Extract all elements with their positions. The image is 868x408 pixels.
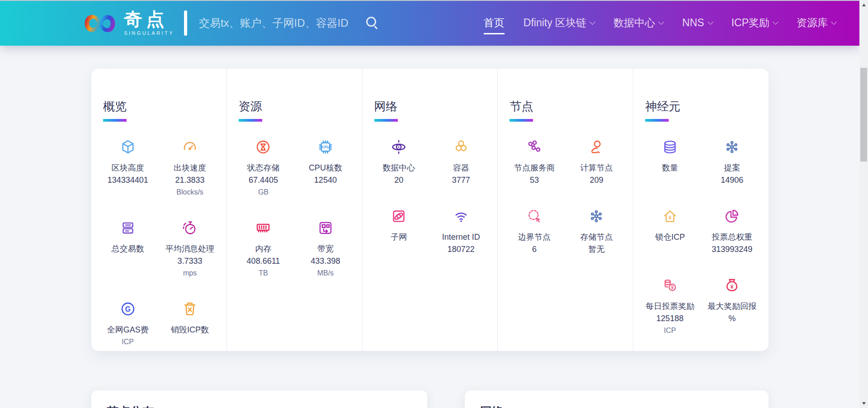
stat-item: 存储节点暂无 [566,208,627,256]
memory-icon [255,220,271,236]
nav-item-link[interactable]: 资源库 [797,16,836,30]
state-storage-icon [255,139,271,155]
chevron-down-icon [708,19,713,25]
stat-item: CPUCPU核数12540 [294,139,356,186]
stat-label: 带宽 [317,243,334,255]
arrow-up-icon [862,4,866,6]
svg-text:¥: ¥ [731,284,734,289]
node-provider-icon [526,139,542,155]
compute-node-icon [588,139,604,155]
stat-label: 全网GAS费 [107,324,149,336]
stat-value: 3.7333 [178,255,203,267]
stats-section: 网络数据中心20容器3777子网Internet ID180722 [363,69,498,351]
stat-unit: TB [259,267,268,279]
stat-unit: mps [183,267,197,279]
stat-value: 408.6611 [247,255,280,267]
stat-label: 容器 [453,162,469,174]
scrollbar-thumb[interactable] [860,68,867,161]
stat-label: 数量 [662,162,678,174]
scroll-down-button[interactable] [859,399,868,407]
nav-item-link[interactable]: Dfinity 区块链 [524,16,594,30]
stat-unit: GB [258,186,269,198]
section-title-underline [509,119,533,122]
stat-label: 出块速度 [174,162,206,174]
stat-item: 内存408.6611TB [232,220,294,279]
brand-name: 奇点 [124,10,168,28]
section-head: 神经元 [633,99,769,122]
section-title-underline [374,119,398,122]
stat-item: 边界节点6 [503,208,565,256]
stat-label: 销毁ICP数 [171,324,209,336]
neuron-count-icon [662,139,678,155]
stat-item: ¥最大奖励回报% [701,277,763,325]
nav-item-link[interactable]: 数据中心 [613,16,663,30]
svg-text:¥: ¥ [669,215,672,220]
nav-links: 首页Dfinity 区块链数据中心NNSICP奖励资源库 [484,16,859,30]
proposal-icon [724,139,740,155]
stat-item: 子网 [368,208,430,243]
stat-item: Internet ID180722 [430,208,492,256]
stat-label: 边界节点 [518,231,551,243]
chevron-down-icon [590,19,595,25]
scrollbar[interactable] [859,0,868,408]
section-head: 节点 [498,99,633,122]
stat-grid: 状态存储67.4405GBCPUCPU核数12540内存408.6611TB带宽… [227,139,362,279]
search-input[interactable] [199,17,358,29]
stat-item: 平均消息处理3.7333mps [159,220,221,279]
section-title-underline [645,119,669,122]
scroll-up-button[interactable] [859,1,868,9]
stat-label: 区块高度 [112,162,144,174]
bottom-card-title: 网络 [465,390,769,408]
stat-label: 子网 [391,231,407,243]
nav-item-link[interactable]: NNS [682,17,712,29]
stat-label: 总交易数 [112,243,144,255]
stat-item: G全网GAS费ICP [97,301,159,348]
stat-grid: 数据中心20容器3777子网Internet ID180722 [363,139,498,256]
stat-value: 134334401 [108,174,148,186]
nav-item-label: NNS [682,17,704,29]
section-title-underline [103,119,127,122]
window-top-edge [0,0,868,1]
stat-value: 20 [394,174,403,186]
search-divider [184,10,187,36]
stat-value: 6 [532,243,537,256]
stat-item: 数据中心20 [368,139,430,186]
voting-power-pie-icon [724,208,740,224]
stat-item: 出块速度21.3833Blocks/s [159,139,221,198]
boundary-node-icon [526,208,542,224]
stats-overview-card: 概览区块高度134334401出块速度21.3833Blocks/s总交易数平均… [91,69,769,351]
stat-value: 180722 [448,243,475,256]
nav-item-label: Dfinity 区块链 [524,16,586,30]
stat-label: 节点服务商 [514,162,555,174]
section-title: 网络 [374,99,498,114]
stat-label: 投票总权重 [712,231,752,243]
chevron-down-icon [773,19,778,25]
arrow-down-icon [862,402,866,405]
nav-item-active[interactable]: 首页 [484,16,505,30]
stat-item: 销毁ICP数 [159,301,221,336]
stat-label: 锁仓ICP [655,231,685,243]
search-icon[interactable] [366,17,378,29]
stat-label: 内存 [255,243,271,255]
cube-icon [120,139,136,155]
brand-subtitle: SINGULARITY [124,30,174,36]
stats-section: 资源状态存储67.4405GBCPUCPU核数12540内存408.6611TB… [227,69,363,351]
svg-text:CPU: CPU [321,145,330,149]
nav-item-label: ICP奖励 [731,16,769,30]
brand-logo[interactable]: ∞ 奇点 SINGULARITY [83,0,174,46]
section-title: 概览 [103,99,226,114]
stat-item: ¥每日投票奖励125188ICP [639,277,701,337]
container-boxes-icon [453,139,469,155]
stat-label: 存储节点 [580,231,613,243]
stat-value: 12540 [314,174,337,186]
stat-label: 数据中心 [382,162,415,174]
stat-label: 状态存储 [247,162,279,174]
stat-value: 21.3833 [175,174,205,186]
internet-wifi-icon [453,208,469,224]
nav-item-label: 首页 [484,16,505,34]
stat-item: 投票总权重313993249 [701,208,763,256]
stat-unit: ICP [122,336,134,348]
nav-item-link[interactable]: ICP奖励 [731,16,778,30]
archive-icon [120,220,136,236]
stat-value: 125188 [656,313,684,325]
